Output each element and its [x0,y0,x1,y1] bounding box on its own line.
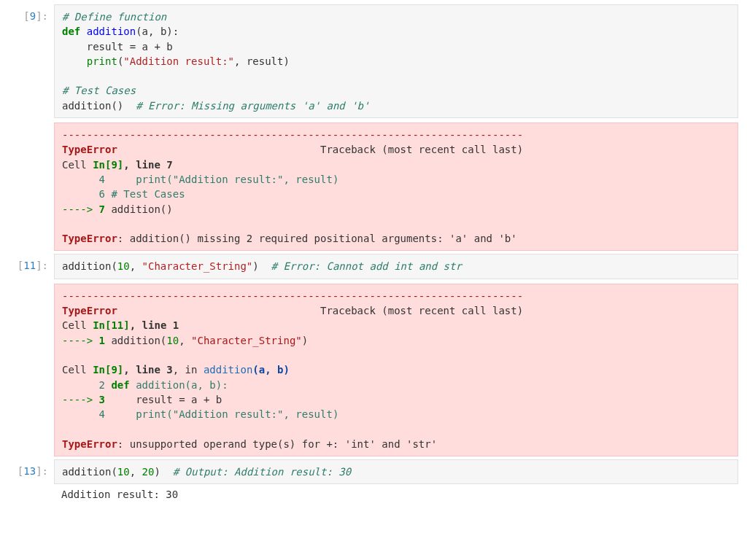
tb-exception: TypeError [62,144,117,155]
tb-exception: TypeError [62,305,117,316]
tb-src: "Addition result:" [173,174,284,185]
cell-11: [11]: addition(10, "Character_String") #… [9,254,738,456]
prompt-bracket-close: ]: [36,465,48,477]
prompt-9: [9]: [9,4,54,251]
tb-src: print [105,174,166,185]
tb-lineno: 3 [99,394,105,405]
prompt-13: [13]: [9,459,54,507]
code-string: "Character_String" [142,260,253,272]
tb-src: , result) [283,408,338,420]
cell-13: [13]: addition(10, 20) # Output: Additio… [9,459,738,507]
code-call: addition( [62,260,117,272]
code-op: = [130,41,136,52]
prompt-bracket-close: ]: [36,260,48,271]
tb-src: ( [166,174,172,185]
tb-exc-name: TypeError [62,438,117,450]
code-comment: # Output: Addition result: 30 [173,466,351,478]
tb-src: 10 [166,335,179,346]
tb-src: result = a + b [105,394,222,405]
code-text: ) [154,466,172,478]
cell-9: [9]: # Define function def addition(a, b… [9,4,738,251]
tb-line-ref: , line 1 [130,319,179,331]
tb-func: addition [204,364,252,376]
tb-lineno: 4 [62,174,105,185]
tb-src: ( [166,408,172,420]
tb-lineno: 6 [62,188,105,200]
code-text: a + b [136,41,173,52]
tb-exc-name: TypeError [62,233,117,244]
code-string: "Addition result:" [123,55,234,67]
tb-cell-label: Cell [62,159,93,171]
prompt-11: [11]: [9,254,54,456]
code-keyword-def: def [62,26,80,37]
code-call: addition( [62,466,117,478]
code-comment: # Test Cases [62,85,136,96]
code-comment: # Define function [62,11,166,23]
code-input-13[interactable]: addition(10, 20) # Output: Addition resu… [54,459,738,484]
cell-9-content: # Define function def addition(a, b): re… [54,4,738,251]
code-call: addition() [62,100,136,112]
prompt-bracket-close: ]: [36,10,48,22]
code-input-9[interactable]: # Define function def addition(a, b): re… [54,4,738,118]
tb-in-ref: In[11] [93,319,130,331]
code-number: 10 [117,466,130,478]
prompt-bracket-open: [ [23,10,29,22]
tb-in-ref: In[9] [93,159,123,171]
tb-src: addition() [105,203,173,215]
code-builtin: print [87,55,117,67]
prompt-number: 9 [30,10,36,22]
tb-lineno: 2 [62,379,105,391]
code-funcname: addition [87,26,136,37]
tb-exc-msg: : addition() missing 2 required position… [117,233,517,244]
tb-src: # Test Cases [105,188,185,200]
tb-arrow: ----> [62,203,99,215]
code-text: , [130,260,142,272]
tb-lineno: 1 [99,335,105,346]
tb-text: , in [173,364,204,376]
tb-src: "Character_String" [191,335,302,346]
code-text: , [130,466,142,478]
traceback-9: ----------------------------------------… [54,122,738,251]
tb-in-ref: In[9] [93,364,123,376]
tb-cell-label: Cell [62,319,93,331]
code-text: result [62,41,130,52]
traceback-11: ----------------------------------------… [54,284,738,456]
tb-src: "Addition result:" [173,408,284,420]
tb-lineno: 4 [62,408,105,420]
tb-src: addition(a, b): [130,379,228,391]
tb-sig: (a, b) [252,364,290,376]
tb-arrow: ----> [62,394,99,405]
code-comment: # Error: Missing arguments 'a' and 'b' [136,100,369,112]
tb-hr: ----------------------------------------… [62,290,523,302]
cell-13-content: addition(10, 20) # Output: Addition resu… [54,459,738,507]
code-text [62,55,87,67]
tb-src: ) [302,335,308,346]
tb-src: addition( [105,335,166,346]
tb-hr: ----------------------------------------… [62,129,523,141]
cell-11-content: addition(10, "Character_String") # Error… [54,254,738,456]
code-text: , result) [234,55,290,67]
tb-label: Traceback (most recent call last) [117,305,523,316]
tb-src: print [105,408,166,420]
tb-cell-label: Cell [62,364,93,376]
tb-lineno: 7 [99,203,105,215]
prompt-number: 13 [23,465,36,477]
stdout-13: Addition result: 30 [54,484,738,506]
code-text: ) [252,260,271,272]
code-signature: (a, b): [136,26,179,37]
code-input-11[interactable]: addition(10, "Character_String") # Error… [54,254,738,279]
tb-src: , [179,335,191,346]
tb-src: , result) [283,174,338,185]
tb-exc-msg: : unsupported operand type(s) for +: 'in… [117,438,437,450]
tb-line-ref: , line 7 [123,159,172,171]
code-number: 10 [117,260,130,272]
code-comment: # Error: Cannot add int and str [271,260,462,272]
code-number: 20 [142,466,155,478]
tb-line-ref: , line 3 [123,364,172,376]
tb-label: Traceback (most recent call last) [117,144,523,155]
tb-src: def [105,379,130,391]
prompt-number: 11 [23,260,36,271]
stdout-text: Addition result: 30 [61,489,178,500]
tb-arrow: ----> [62,335,99,346]
